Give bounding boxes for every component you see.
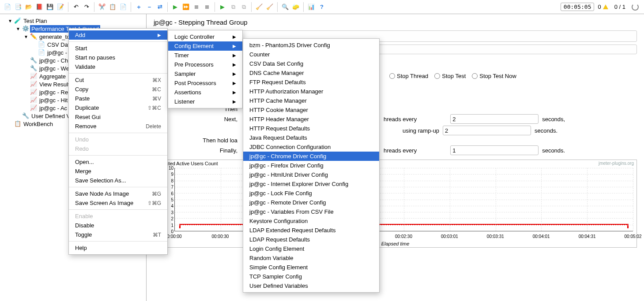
menu-item[interactable]: Login Config Element xyxy=(243,244,379,253)
menu-item[interactable]: Java Request Defaults xyxy=(243,133,379,142)
menu-item[interactable]: bzm - PhantomJS Driver Config xyxy=(243,41,379,50)
stop-icon[interactable]: ⏹ xyxy=(192,2,201,12)
menu-item[interactable]: Save Selection As... xyxy=(69,176,167,185)
menu-item[interactable]: Add▶ xyxy=(69,30,167,40)
menu-item[interactable]: TCP Sampler Config xyxy=(243,272,379,281)
menu-item[interactable]: Keystore Configuration xyxy=(243,216,379,226)
menu-item[interactable]: Timer▶ xyxy=(168,51,242,60)
thread-progress: 0 / 1 xyxy=(612,4,628,10)
new-icon[interactable]: 📄 xyxy=(3,2,12,12)
menu-item[interactable]: Help xyxy=(69,243,167,253)
toggle-icon[interactable]: ⇄ xyxy=(155,2,165,12)
reload-icon[interactable] xyxy=(632,4,639,11)
paste-icon[interactable]: 📄 xyxy=(118,2,128,12)
menu-item[interactable]: Validate xyxy=(69,62,167,71)
search-icon[interactable]: 🔍 xyxy=(280,2,290,12)
menu-item[interactable]: Toggle⌘T xyxy=(69,230,167,239)
menu-item[interactable]: Copy⌘C xyxy=(69,85,167,94)
menu-item[interactable]: HTTP Authorization Manager xyxy=(243,87,379,96)
undo-icon[interactable]: ↶ xyxy=(71,2,81,12)
templates-icon[interactable]: 📑 xyxy=(13,2,23,12)
menu-item[interactable]: jp@gc - Remote Driver Config xyxy=(243,198,379,207)
ramp-up-input[interactable] xyxy=(443,126,531,135)
menu-item[interactable]: DNS Cache Manager xyxy=(243,68,379,78)
menu-item[interactable]: jp@gc - Chrome Driver Config xyxy=(243,152,379,161)
radio-stop-test[interactable]: Stop Test xyxy=(434,73,466,79)
tree-node-test-plan[interactable]: ▼🧪Test Plan xyxy=(0,17,146,25)
help-icon[interactable]: ? xyxy=(317,2,327,12)
preview-chart: Expected Active Users Count jmeter-plugi… xyxy=(154,160,637,248)
remote-stop-icon[interactable]: ⧉ xyxy=(239,2,249,12)
menu-item[interactable]: Start no pauses xyxy=(69,53,167,62)
threads-every-input[interactable] xyxy=(450,114,539,124)
context-menu[interactable]: Add▶StartStart no pausesValidateCut⌘XCop… xyxy=(68,28,168,255)
menu-item[interactable]: Open... xyxy=(69,157,167,167)
clear-all-icon[interactable]: 🧹 xyxy=(265,2,275,12)
menu-item[interactable]: LDAP Request Defaults xyxy=(243,235,379,244)
menu-item[interactable]: Disable xyxy=(69,221,167,230)
finally-threads-input[interactable] xyxy=(450,145,539,155)
menu-item[interactable]: CSV Data Set Config xyxy=(243,59,379,68)
menu-item[interactable]: Logic Controller▶ xyxy=(168,32,242,41)
menu-item[interactable]: Cut⌘X xyxy=(69,75,167,85)
menu-item[interactable]: FTP Request Defaults xyxy=(243,78,379,87)
start-icon[interactable]: ▶ xyxy=(170,2,180,12)
menu-item[interactable]: jp@gc - Variables From CSV File xyxy=(243,207,379,216)
menu-item[interactable]: Post Processors▶ xyxy=(168,78,242,88)
menu-item[interactable]: LDAP Extended Request Defaults xyxy=(243,226,379,235)
copy-icon[interactable]: 📋 xyxy=(108,2,117,12)
start-nopause-icon[interactable]: ⏩ xyxy=(181,2,191,12)
save-icon[interactable]: 💾 xyxy=(45,2,55,12)
warning-count[interactable]: 0 xyxy=(595,4,610,10)
function-helper-icon[interactable]: 📊 xyxy=(306,2,316,12)
open-icon[interactable]: 📂 xyxy=(24,2,34,12)
panel-title: jp@gc - Stepping Thread Group xyxy=(154,19,637,26)
menu-item[interactable]: Save Node As Image⌘G xyxy=(69,189,167,198)
shutdown-icon[interactable]: ⏹ xyxy=(202,2,212,12)
radio-stop-test-now[interactable]: Stop Test Now xyxy=(472,73,516,79)
menu-item[interactable]: HTTP Cache Manager xyxy=(243,96,379,105)
menu-item[interactable]: Simple Config Element xyxy=(243,263,379,272)
menu-item: Redo xyxy=(69,144,167,153)
menu-item[interactable]: jp@gc - HtmlUnit Driver Config xyxy=(243,170,379,179)
radio-stop-thread[interactable]: Stop Thread xyxy=(389,73,428,79)
menu-item[interactable]: HTTP Request Defaults xyxy=(243,124,379,133)
menu-item[interactable]: Counter xyxy=(243,50,379,59)
submenu-config-element[interactable]: bzm - PhantomJS Driver ConfigCounterCSV … xyxy=(243,38,380,293)
expand-icon[interactable]: ＋ xyxy=(134,2,143,12)
close-icon[interactable]: 📕 xyxy=(34,2,44,12)
cut-icon[interactable]: ✂️ xyxy=(97,2,107,12)
menu-item[interactable]: Paste⌘V xyxy=(69,94,167,103)
menu-item[interactable]: Config Element▶ xyxy=(168,41,242,51)
menu-item[interactable]: Save Screen As Image⇧⌘G xyxy=(69,198,167,208)
redo-icon[interactable]: ↷ xyxy=(82,2,91,12)
menu-item[interactable]: Sampler▶ xyxy=(168,69,242,78)
remote-start-icon[interactable]: ▶ xyxy=(218,2,227,12)
save-as-icon[interactable]: 📝 xyxy=(56,2,65,12)
menu-item[interactable]: HTTP Cookie Manager xyxy=(243,105,379,115)
menu-item[interactable]: Duplicate⇧⌘C xyxy=(69,103,167,112)
menu-item[interactable]: Assertions▶ xyxy=(168,88,242,97)
menu-item[interactable]: Listener▶ xyxy=(168,97,242,106)
clear-icon[interactable]: 🧹 xyxy=(254,2,264,12)
remote-start-all-icon[interactable]: ⧉ xyxy=(228,2,238,12)
menu-item[interactable]: Pre Processors▶ xyxy=(168,60,242,69)
submenu-add[interactable]: Logic Controller▶Config Element▶Timer▶Pr… xyxy=(168,30,243,108)
menu-item[interactable]: jp@gc - Firefox Driver Config xyxy=(243,161,379,170)
menu-item[interactable]: HTTP Header Manager xyxy=(243,115,379,124)
chart-link[interactable]: jmeter-plugins.org xyxy=(599,161,634,166)
menu-item[interactable]: RemoveDelete xyxy=(69,122,167,131)
menu-item[interactable]: Start xyxy=(69,44,167,53)
menu-item[interactable]: Random Variable xyxy=(243,253,379,263)
menu-item[interactable]: Reset Gui xyxy=(69,112,167,122)
menu-item[interactable]: Merge xyxy=(69,167,167,176)
reset-search-icon[interactable]: 🧽 xyxy=(291,2,301,12)
menu-item[interactable]: JDBC Connection Configuration xyxy=(243,142,379,152)
menu-item[interactable]: jp@gc - Internet Explorer Driver Config xyxy=(243,179,379,189)
menu-item[interactable]: User Defined Variables xyxy=(243,281,379,290)
collapse-icon[interactable]: － xyxy=(144,2,154,12)
menu-item: Undo xyxy=(69,135,167,144)
menu-item: Enable xyxy=(69,212,167,221)
warning-icon xyxy=(603,4,608,9)
menu-item[interactable]: jp@gc - Lock File Config xyxy=(243,189,379,198)
